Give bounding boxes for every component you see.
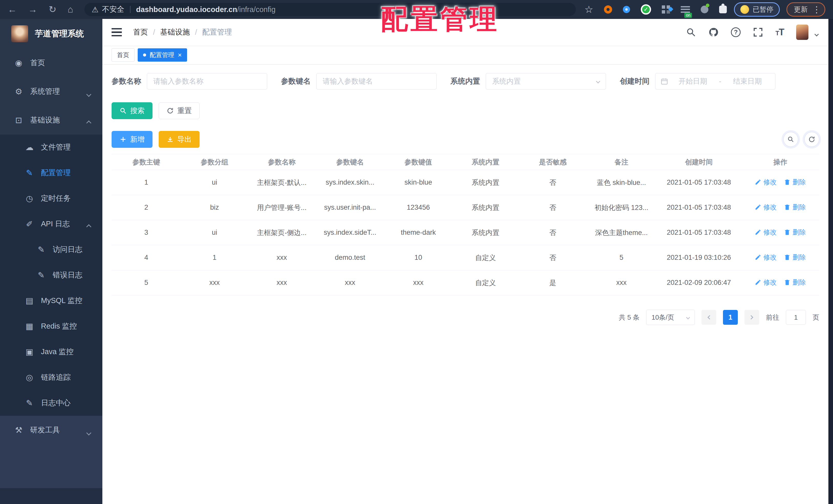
github-icon[interactable] <box>708 27 719 37</box>
reload-icon[interactable]: ↻ <box>49 5 56 14</box>
sidebar-item-log-center[interactable]: ✎日志中心 <box>0 390 102 416</box>
export-button[interactable]: 导出 <box>159 131 199 148</box>
sidebar-item-dev-tools[interactable]: ⚒研发工具 <box>0 416 102 445</box>
sidebar-item-file-management[interactable]: ☁文件管理 <box>0 134 102 160</box>
page-size-select[interactable]: 10条/页 <box>646 310 695 325</box>
param-key-input[interactable] <box>316 73 436 90</box>
breadcrumb-item[interactable]: 首页 <box>133 27 148 37</box>
sidebar-item-access-log[interactable]: ✎访问日志 <box>0 237 102 262</box>
sidebar-item-config-management[interactable]: ✎配置管理 <box>0 160 102 186</box>
toolbox-icon: ⚒ <box>13 425 25 435</box>
sidebar-item-home[interactable]: ◉首页 <box>0 49 102 77</box>
select-placeholder: 系统内置 <box>492 76 521 86</box>
avatar-caret-icon[interactable] <box>814 32 819 36</box>
sidebar-item-scheduled-tasks[interactable]: ◷定时任务 <box>0 186 102 211</box>
user-avatar[interactable] <box>796 25 808 40</box>
app-header: 首页/基础设施/配置管理 ? TT <box>102 19 828 46</box>
edit-link[interactable]: 修改 <box>755 253 777 262</box>
column-header: 是否敏感 <box>519 157 587 167</box>
green-check-extension-icon[interactable]: ✓ <box>641 4 651 15</box>
date-range-picker[interactable]: 开始日期 - 结束日期 <box>655 73 776 90</box>
table-row: 41xxxdemo.test10自定义否52021-01-19 03:10:26… <box>112 245 819 270</box>
puzzle-extensions-icon[interactable] <box>719 6 727 13</box>
edit-link[interactable]: 修改 <box>755 228 777 237</box>
toggle-search-button[interactable] <box>783 132 798 147</box>
breadcrumb-item[interactable]: 基础设施 <box>160 27 190 37</box>
tag-首页[interactable]: 首页 <box>112 48 135 61</box>
delete-link[interactable]: 删除 <box>784 278 806 287</box>
reset-button[interactable]: 重置 <box>159 102 199 119</box>
back-icon[interactable]: ← <box>8 5 17 14</box>
calendar-icon <box>661 77 668 85</box>
table-cell: sys.index.sideT... <box>315 229 385 236</box>
kebab-menu-icon[interactable]: ⋮ <box>812 5 821 14</box>
goto-page-input[interactable] <box>786 310 806 325</box>
forward-icon[interactable]: → <box>28 5 38 14</box>
param-name-input[interactable] <box>147 73 267 90</box>
edit-link[interactable]: 修改 <box>755 178 777 187</box>
trash-icon <box>784 279 790 286</box>
sidebar-item-trace[interactable]: ◎链路追踪 <box>0 364 102 390</box>
edit-box-icon: ✎ <box>24 168 35 178</box>
help-icon[interactable]: ? <box>731 27 741 37</box>
next-page-button[interactable] <box>744 310 759 325</box>
delete-link[interactable]: 删除 <box>784 253 806 262</box>
prev-page-button[interactable] <box>701 310 716 325</box>
sidebar-item-label: Java 监控 <box>41 347 73 357</box>
grid-extension-icon[interactable] <box>662 5 670 14</box>
tag-label: 配置管理 <box>150 51 174 59</box>
pin-extension-icon[interactable] <box>623 6 630 13</box>
table-cell: 主框架页-默认... <box>248 178 315 187</box>
table-cell: 否 <box>519 203 587 212</box>
delete-link[interactable]: 删除 <box>784 228 806 237</box>
sidebar-item-redis-monitor[interactable]: ▦Redis 监控 <box>0 313 102 339</box>
delete-link[interactable]: 删除 <box>784 203 806 212</box>
sidebar-item-label: Redis 监控 <box>41 321 77 331</box>
sidebar-item-infrastructure[interactable]: ⊡基础设施 <box>0 106 102 134</box>
gear-icon: ⚙ <box>13 87 25 96</box>
close-icon[interactable]: × <box>178 52 182 58</box>
window-scrollbar-strip[interactable] <box>828 19 833 504</box>
orange-extension-icon[interactable] <box>604 5 612 14</box>
delete-link[interactable]: 删除 <box>784 178 806 187</box>
sidebar-item-api-log[interactable]: ✐API 日志 <box>0 211 102 237</box>
edit-link[interactable]: 修改 <box>755 203 777 212</box>
browser-home-icon[interactable]: ⌂ <box>68 5 73 14</box>
chevron-down-icon <box>686 315 690 319</box>
table-cell: 主框架页-侧边... <box>248 228 315 237</box>
sidebar-item-error-log[interactable]: ✎错误日志 <box>0 262 102 288</box>
table-cell: 深色主题theme... <box>586 228 657 237</box>
paused-badge[interactable]: 已暂停 <box>734 2 780 17</box>
column-header: 参数键值 <box>385 157 452 167</box>
bookmark-star-icon[interactable]: ☆ <box>585 5 593 14</box>
refresh-icon <box>167 107 174 114</box>
sidebar-bottom-strip <box>0 488 102 504</box>
search-icon <box>787 136 794 143</box>
tag-配置管理[interactable]: 配置管理× <box>138 48 187 61</box>
add-button[interactable]: 新增 <box>112 131 152 148</box>
table-cell: 5 <box>112 279 181 287</box>
sidebar-item-java-monitor[interactable]: ▣Java 监控 <box>0 339 102 364</box>
sidebar-item-system-management[interactable]: ⚙系统管理 <box>0 77 102 106</box>
table-cell: 否 <box>519 228 587 237</box>
search-button[interactable]: 搜索 <box>112 102 152 119</box>
system-builtin-select[interactable]: 系统内置 <box>486 73 606 90</box>
sprout-extension-icon[interactable] <box>701 6 708 13</box>
switch-on-extension-icon[interactable] <box>681 6 690 13</box>
table-cell: 2 <box>112 204 181 211</box>
fullscreen-icon[interactable] <box>753 27 763 37</box>
sidebar-item-mysql-monitor[interactable]: ▤MySQL 监控 <box>0 288 102 313</box>
search-icon[interactable] <box>686 27 696 37</box>
browser-toolbar: ← → ↻ ⌂ ⚠ 不安全 dashboard.yudao.iocoder.cn… <box>0 0 833 19</box>
sidebar-logo-row[interactable]: 芋道管理系统 <box>0 19 102 49</box>
font-size-icon[interactable]: TT <box>776 27 784 37</box>
url-bar[interactable]: ⚠ 不安全 dashboard.yudao.iocoder.cn/infra/c… <box>85 3 576 16</box>
current-page-button[interactable]: 1 <box>723 310 738 325</box>
edit-link[interactable]: 修改 <box>755 278 777 287</box>
page-size-value: 10条/页 <box>651 313 674 322</box>
paused-label: 已暂停 <box>753 5 774 14</box>
refresh-table-button[interactable] <box>804 132 819 147</box>
breadcrumb-separator: / <box>153 28 155 36</box>
collapse-sidebar-icon[interactable] <box>112 28 122 36</box>
update-button[interactable]: 更新 ⋮ <box>786 2 825 17</box>
